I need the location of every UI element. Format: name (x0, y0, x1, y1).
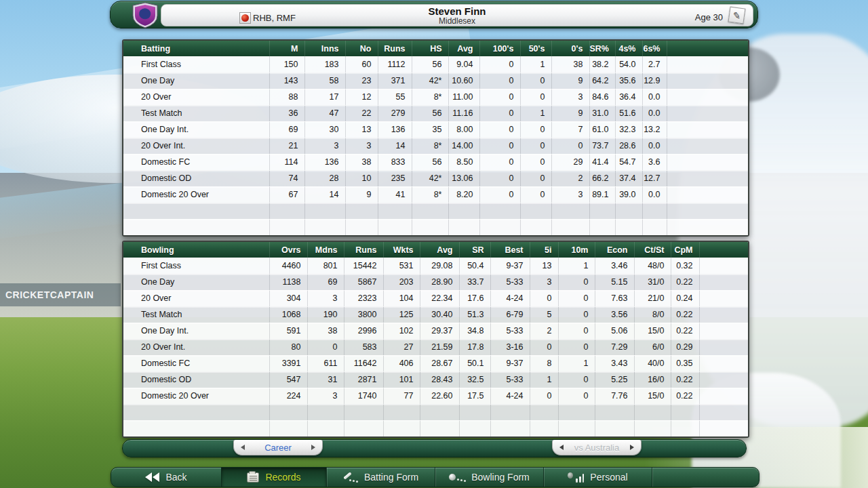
stat-value: 2 (551, 170, 589, 186)
stat-value: 38 (551, 56, 589, 73)
stat-value: 16/0 (634, 371, 671, 388)
stat-value: 0 (479, 56, 520, 73)
stat-value: 58 (304, 73, 345, 89)
stat-value: 0 (520, 186, 551, 203)
stat-value: 8.20 (448, 186, 479, 203)
stat-value: 56 (412, 56, 448, 73)
stat-value: 3 (551, 89, 589, 105)
back-button[interactable]: Back (111, 468, 221, 487)
stat-value: 150 (269, 56, 304, 73)
player-identity: Steven Finn Middlesex (365, 5, 549, 26)
stat-value: 60 (345, 56, 378, 73)
table-row: Test Match3647222795611.1601931.051.60.0 (123, 105, 748, 121)
stat-value: 8* (412, 138, 448, 154)
stat-value: 611 (307, 355, 344, 371)
stat-value: 13.06 (448, 170, 479, 186)
row-label: First Class (123, 258, 269, 274)
stat-value: 29 (551, 154, 589, 170)
column-header: Batting (123, 41, 269, 56)
column-header: 50's (520, 41, 551, 56)
stat-value: 0 (558, 323, 595, 339)
stat-value: 114 (269, 154, 304, 170)
stat-value: 0 (530, 290, 558, 306)
stat-value: 28.6 (615, 138, 642, 154)
stat-value: 9.04 (448, 56, 479, 73)
stat-value: 371 (378, 73, 412, 89)
empty-row (123, 203, 748, 219)
stat-value: 833 (378, 154, 412, 170)
stat-value: 104 (383, 290, 420, 306)
prev-arrow-icon[interactable] (241, 445, 245, 450)
stat-value: 583 (344, 339, 383, 355)
stat-value: 0.0 (642, 138, 667, 154)
stat-value: 51.6 (615, 105, 642, 121)
stat-value: 74 (269, 170, 304, 186)
column-header: Runs (378, 41, 412, 56)
stat-value: 69 (269, 121, 304, 138)
player-name: Steven Finn (428, 5, 486, 17)
stat-value: 0.0 (642, 105, 667, 121)
stat-value: 7.29 (595, 339, 634, 355)
stat-value: 591 (269, 323, 307, 339)
tab-batting-form[interactable]: Batting Form (326, 468, 435, 487)
stat-value: 1 (520, 56, 551, 73)
stat-value: 0 (520, 138, 551, 154)
stat-value: 38 (345, 154, 378, 170)
next-arrow-icon[interactable] (311, 445, 315, 450)
career-selector[interactable]: Career (233, 440, 323, 455)
table-row: 20 Over881712558*11.0000384.636.40.0 (123, 89, 748, 105)
stat-value: 39.0 (615, 186, 642, 203)
tab-bowling-form[interactable]: Bowling Form (435, 468, 543, 487)
column-header: M (269, 41, 304, 56)
stat-value: 5-33 (490, 323, 530, 339)
row-label: One Day (123, 73, 269, 89)
stat-value: 0.22 (671, 323, 699, 339)
tab-records[interactable]: Records (221, 468, 326, 487)
stat-value: 3391 (269, 355, 307, 371)
stat-value: 0.22 (671, 371, 699, 388)
personal-label: Personal (590, 472, 627, 483)
stat-value: 31 (307, 371, 344, 388)
stat-value: 5.15 (595, 274, 634, 290)
stat-value: 64.2 (589, 73, 615, 89)
stat-value: 0.22 (671, 274, 699, 290)
stat-value: 101 (383, 371, 420, 388)
stat-value: 41.4 (589, 154, 615, 170)
bottom-navigation: Back Records Batting Form Bowling Form P… (111, 467, 760, 487)
stat-value: 23 (345, 73, 378, 89)
stat-value: 3 (307, 290, 344, 306)
stat-value: 48/0 (634, 258, 671, 274)
column-header: Wkts (383, 242, 420, 258)
opponent-selector-label: vs Australia (574, 443, 619, 453)
stat-value: 1 (520, 105, 551, 121)
stat-value: 0 (520, 73, 551, 89)
column-header: Econ (595, 242, 634, 258)
column-header: 6s% (642, 41, 667, 56)
edit-icon[interactable]: ✎ (728, 7, 746, 24)
stat-value: 0.0 (642, 186, 667, 203)
stat-value: 0.24 (671, 290, 699, 306)
stat-value: 0 (558, 388, 595, 404)
stat-value: 84.6 (589, 89, 615, 105)
row-label: Domestic 20 Over (123, 186, 269, 203)
stat-value: 7 (551, 121, 589, 138)
stat-value: 0 (558, 339, 595, 355)
stat-value: 40/0 (634, 355, 671, 371)
stat-value: 13 (345, 121, 378, 138)
stat-value: 35.6 (615, 73, 642, 89)
row-label: 20 Over (123, 290, 269, 306)
row-label: Domestic 20 Over (123, 388, 269, 404)
prev-arrow-icon[interactable] (559, 445, 564, 450)
batting-form-icon (343, 472, 358, 483)
stat-value: 31/0 (634, 274, 671, 290)
stat-value: 1068 (269, 306, 307, 323)
stat-value: 1138 (269, 274, 307, 290)
stat-value: 3 (345, 138, 378, 154)
stat-value: 4-24 (490, 388, 530, 404)
table-row: First Class150183601112569.04013838.254.… (123, 56, 748, 73)
stat-value: 28.43 (420, 371, 459, 388)
opponent-selector[interactable]: vs Australia (552, 440, 642, 455)
next-arrow-icon[interactable] (630, 445, 634, 450)
row-label: Domestic OD (123, 170, 269, 186)
tab-personal[interactable]: Personal (543, 468, 652, 487)
